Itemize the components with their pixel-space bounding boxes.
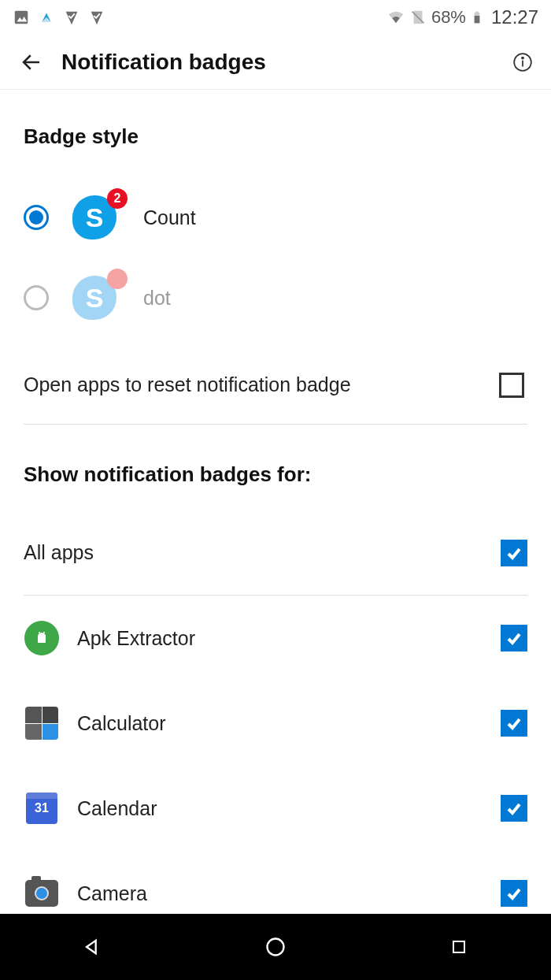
svg-rect-15 (453, 941, 464, 952)
nav-recent-button[interactable] (420, 923, 498, 971)
row-app-calculator[interactable]: Calculator (24, 681, 527, 766)
radio-option-count[interactable]: S 2 Count (24, 177, 527, 258)
svg-rect-10 (38, 635, 46, 643)
check-icon (88, 9, 105, 26)
row-label: Open apps to reset notification badge (24, 373, 351, 396)
checkmark-icon (505, 799, 523, 818)
nav-back-button[interactable] (53, 923, 131, 971)
row-app-calendar[interactable]: 31 Calendar (24, 766, 527, 851)
page-title: Notification badges (61, 50, 510, 75)
app-icon-camera (24, 875, 60, 911)
wifi-icon (387, 9, 405, 26)
app-name-label: Camera (77, 882, 147, 905)
battery-percent: 68% (431, 7, 466, 28)
checkbox-checked-icon[interactable] (501, 625, 527, 651)
calendar-icon: 31 (26, 793, 57, 824)
checkmark-icon (505, 714, 523, 733)
cloud-icon (38, 9, 55, 26)
circle-home-icon (264, 936, 287, 958)
checkbox-checked-icon[interactable] (501, 540, 527, 566)
battery-icon (471, 9, 483, 26)
checkbox-checked-icon[interactable] (501, 795, 527, 822)
no-sim-icon (409, 9, 427, 26)
calculator-icon (25, 707, 58, 740)
check-icon (63, 9, 80, 26)
svg-marker-13 (87, 941, 96, 953)
row-app-apk-extractor[interactable]: Apk Extractor (24, 596, 527, 681)
app-name-label: Calendar (77, 797, 157, 820)
image-icon (13, 9, 30, 26)
triangle-back-icon (81, 936, 103, 958)
clock-text: 12:27 (491, 6, 538, 28)
status-bar: 68% 12:27 (0, 0, 551, 35)
app-name-label: Apk Extractor (77, 627, 195, 650)
radio-icon (24, 285, 49, 310)
radio-icon (24, 205, 49, 230)
app-bar: Notification badges (0, 35, 551, 90)
row-open-apps-reset[interactable]: Open apps to reset notification badge (24, 346, 527, 425)
section-show-badges-title: Show notification badges for: (24, 462, 527, 487)
camera-icon (25, 880, 58, 907)
svg-rect-4 (475, 16, 480, 23)
radio-label: Count (143, 206, 196, 229)
nav-home-button[interactable] (236, 923, 315, 971)
section-badge-style-title: Badge style (24, 124, 527, 149)
info-icon (512, 52, 533, 72)
arrow-left-icon (20, 50, 43, 74)
status-left-icons (13, 9, 105, 26)
checkmark-icon (505, 884, 523, 903)
radio-label: dot (143, 287, 171, 310)
app-icon-calendar: 31 (24, 790, 60, 826)
svg-point-14 (267, 939, 283, 956)
app-icon-android (24, 620, 60, 656)
android-icon (24, 621, 59, 655)
app-icon-calculator (24, 705, 60, 741)
svg-rect-5 (475, 12, 479, 13)
info-button[interactable] (510, 50, 535, 75)
style-preview-count: S 2 (72, 193, 128, 242)
svg-point-9 (522, 57, 523, 58)
checkbox-checked-icon[interactable] (501, 710, 527, 737)
row-all-apps[interactable]: All apps (24, 510, 527, 596)
checkmark-icon (505, 544, 523, 562)
svg-rect-0 (15, 11, 28, 24)
badge-dot-icon (107, 269, 128, 289)
app-name-label: Calculator (77, 712, 166, 735)
status-right-icons: 68% 12:27 (387, 6, 538, 28)
style-preview-dot: S (72, 273, 128, 322)
back-button[interactable] (16, 46, 47, 78)
radio-option-dot[interactable]: S dot (24, 258, 527, 338)
checkbox-checked-icon[interactable] (501, 880, 527, 907)
checkmark-icon (505, 629, 523, 648)
checkbox-unchecked-icon[interactable] (499, 373, 524, 398)
system-nav-bar (0, 914, 551, 980)
content-area: Badge style S 2 Count S dot Open apps to… (0, 124, 551, 936)
badge-count-icon: 2 (107, 188, 128, 209)
row-label: All apps (24, 541, 94, 564)
square-recent-icon (449, 937, 468, 956)
